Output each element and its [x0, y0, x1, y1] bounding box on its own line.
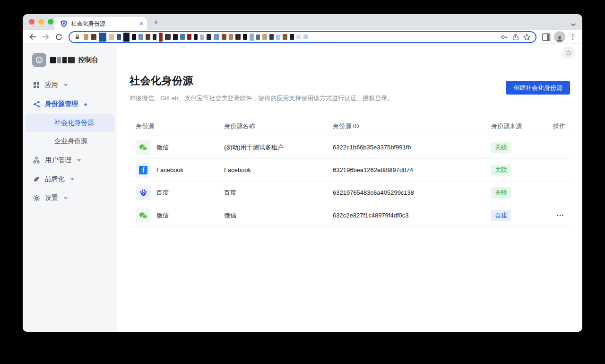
source-badge: 关联: [491, 165, 511, 176]
provider-name: 微信: [156, 211, 169, 220]
sidebar-item-label: 设置: [45, 194, 58, 202]
console-logo-row: 控制台: [23, 52, 117, 68]
sidebar-item-label: 品牌化: [45, 175, 65, 183]
provider-name: Facebook: [156, 166, 183, 173]
minimize-window-button[interactable]: [38, 19, 44, 25]
create-social-idp-button[interactable]: 创建社会化身份源: [506, 81, 570, 95]
chevron-down-icon: [70, 178, 74, 181]
browser-toolbar: [23, 30, 582, 44]
console-app: 控制台 应用 身份源管理 社会化: [23, 44, 582, 332]
source-badge: 自建: [491, 210, 511, 221]
provider-name: 微信: [156, 143, 169, 152]
gear-icon: [33, 195, 40, 202]
page-description: 对接微信、GitLab、支付宝等社交类登录软件，使你的应用支持使用该方式进行认证…: [130, 94, 570, 103]
side-panel-icon[interactable]: [540, 31, 552, 43]
idp-id: 63219765483c6a405299c138: [333, 189, 491, 196]
source-cell: 关联: [491, 165, 548, 176]
main-content: 创建社会化身份源 社会化身份源 对接微信、GitLab、支付宝等社交类登录软件，…: [117, 44, 582, 332]
traffic-lights: [29, 19, 53, 25]
chevron-down-icon: [64, 197, 68, 199]
idp-id: 632196bea1262e889f97d874: [333, 166, 491, 173]
tab-strip: 社会化身份源 × +: [23, 14, 582, 30]
browser-tab[interactable]: 社会化身份源 ×: [54, 17, 147, 30]
brand-redaction: [50, 57, 75, 63]
provider-cell: 百度: [130, 185, 224, 200]
source-cell: 关联: [491, 187, 548, 199]
facebook-icon: f: [136, 163, 151, 178]
brand-icon: [33, 176, 40, 183]
sidebar-item-label: 身份源管理: [45, 100, 78, 108]
wechat-icon: [136, 140, 151, 155]
key-icon[interactable]: [501, 33, 509, 41]
row-actions-menu[interactable]: ···: [548, 212, 570, 219]
profile-avatar[interactable]: [553, 31, 565, 43]
source-badge: 关联: [491, 187, 511, 199]
tab-title: 社会化身份源: [71, 20, 136, 28]
page-title: 社会化身份源: [130, 74, 570, 88]
sidebar-item-apps[interactable]: 应用: [23, 76, 117, 95]
console-label: 控制台: [78, 56, 98, 64]
idp-name: 百度: [224, 189, 333, 197]
browser-menu-icon[interactable]: [567, 31, 579, 43]
table-row[interactable]: 微信 微信 632c2e827f1c48979f4df0c3 自建 ···: [130, 204, 570, 227]
browser-window: 社会化身份源 × +: [23, 14, 582, 332]
table-row[interactable]: 百度 百度 63219765483c6a405299c138 关联: [130, 182, 570, 204]
idp-table: 身份源 身份源名称 身份源 ID 身份源来源 操作 微信: [130, 117, 570, 227]
provider-cell: 微信: [130, 140, 224, 155]
chevron-down-icon: [64, 84, 68, 87]
org-icon: [33, 157, 40, 164]
table-row[interactable]: 微信 (勿动)用于测试多租户 6322c1b66b35e3375bf991fb …: [130, 136, 570, 159]
sidebar-item-social-identity[interactable]: 社会化身份源: [26, 114, 114, 132]
provider-cell: 微信: [130, 208, 224, 223]
source-cell: 关联: [491, 142, 548, 153]
wechat-icon: [136, 208, 151, 223]
person-icon: [554, 31, 565, 43]
table-header: 身份源 身份源名称 身份源 ID 身份源来源 操作: [130, 117, 570, 136]
new-tab-button[interactable]: +: [151, 17, 161, 27]
provider-cell: f Facebook: [130, 163, 224, 178]
apps-icon: [33, 82, 40, 89]
col-header-provider: 身份源: [130, 122, 224, 130]
share-icon[interactable]: [512, 33, 519, 41]
url-redaction: [84, 33, 497, 42]
col-header-source: 身份源来源: [491, 122, 548, 130]
idp-id: 632c2e827f1c48979f4df0c3: [333, 212, 491, 219]
reload-icon[interactable]: [53, 31, 65, 43]
sidebar-item-user-management[interactable]: 用户管理: [23, 151, 117, 170]
baidu-icon: [136, 185, 151, 200]
sidebar-item-label: 应用: [45, 81, 58, 89]
assistant-avatar[interactable]: [562, 46, 575, 59]
sidebar-item-settings[interactable]: 设置: [23, 189, 117, 208]
back-icon[interactable]: [26, 31, 38, 43]
lock-icon[interactable]: [74, 34, 80, 40]
sidebar-item-branding[interactable]: 品牌化: [23, 170, 117, 189]
share-nodes-icon: [33, 101, 40, 108]
sidebar: 控制台 应用 身份源管理 社会化: [23, 44, 117, 332]
col-header-name: 身份源名称: [224, 122, 333, 130]
idp-name: 微信: [224, 211, 333, 220]
idp-name: Facebook: [224, 166, 333, 173]
sidebar-item-label: 社会化身份源: [54, 119, 94, 127]
source-cell: 自建: [491, 210, 548, 221]
sidebar-item-label: 用户管理: [45, 156, 71, 165]
idp-name: (勿动)用于测试多租户: [224, 143, 333, 152]
sidebar-item-enterprise-identity[interactable]: 企业身份源: [26, 132, 114, 150]
address-bar[interactable]: [69, 31, 536, 43]
sidebar-item-identity-sources[interactable]: 身份源管理: [23, 95, 117, 113]
zoom-window-button[interactable]: [48, 19, 53, 25]
tab-close-icon[interactable]: ×: [139, 20, 143, 27]
table-row[interactable]: f Facebook Facebook 632196bea1262e889f97…: [130, 159, 570, 182]
provider-name: 百度: [156, 189, 169, 197]
sidebar-item-label: 企业身份源: [54, 137, 87, 146]
idp-id: 6322c1b66b35e3375bf991fb: [333, 144, 491, 151]
sidebar-nav: 应用 身份源管理 社会化身份源 企业身份源: [23, 76, 117, 208]
shield-favicon-icon: [60, 20, 68, 27]
col-header-actions: 操作: [548, 122, 570, 130]
col-header-id: 身份源 ID: [333, 122, 491, 130]
source-badge: 关联: [491, 142, 511, 153]
tabstrip-chevron-down-icon[interactable]: [570, 20, 576, 28]
chevron-up-icon: [84, 103, 87, 105]
star-icon[interactable]: [523, 33, 531, 41]
forward-icon[interactable]: [40, 31, 52, 43]
close-window-button[interactable]: [29, 19, 35, 25]
